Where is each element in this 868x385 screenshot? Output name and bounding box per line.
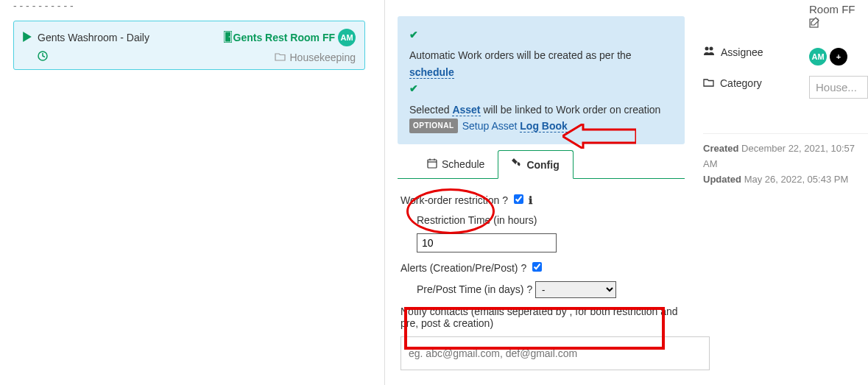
restrict-checkbox[interactable] — [514, 194, 523, 204]
category-label: Category — [720, 77, 762, 89]
detail-title-cut: Room FF — [809, 3, 868, 15]
card-category: Housekeeping — [275, 52, 356, 63]
folder-icon — [703, 77, 714, 89]
edit-icon[interactable] — [809, 17, 868, 30]
restrict-label: Work-order restriction ? — [401, 194, 508, 206]
add-assignee-button[interactable]: + — [830, 48, 847, 66]
info-line2a: Selected — [409, 104, 449, 116]
info-line3a: Setup Asset — [462, 120, 518, 132]
check-icon: ✔ — [409, 27, 418, 43]
play-icon — [23, 32, 32, 44]
alerts-label: Alerts (Creation/Pre/Post) ? — [401, 262, 526, 274]
category-select[interactable]: House... — [809, 76, 868, 99]
logbook-link[interactable]: Log Book — [520, 120, 568, 133]
tabs: Schedule Config — [398, 150, 685, 179]
tab-config-label: Config — [526, 159, 559, 171]
calendar-icon — [427, 158, 437, 171]
avatar: AM — [338, 29, 356, 46]
schedule-link[interactable]: schedule — [409, 66, 454, 79]
wrench-icon — [512, 158, 522, 171]
prepost-select[interactable]: - — [535, 281, 616, 298]
info-line1: Automatic Work orders will be created as… — [409, 49, 632, 61]
card-title: Gents Washroom - Daily — [38, 32, 149, 43]
door-icon — [224, 31, 232, 45]
info-box: ✔ Automatic Work orders will be created … — [398, 16, 685, 144]
svg-rect-4 — [428, 160, 437, 168]
alerts-checkbox[interactable] — [532, 262, 542, 272]
tab-schedule[interactable]: Schedule — [414, 150, 498, 178]
card-category-text: Housekeeping — [289, 52, 356, 63]
folder-icon — [275, 52, 286, 63]
restrict-time-label: Restriction Time (in hours) — [417, 214, 537, 226]
asset-link-info[interactable]: Asset — [452, 104, 480, 116]
assignee-avatar[interactable]: AM — [809, 48, 827, 66]
svg-point-8 — [705, 47, 709, 51]
tab-config[interactable]: Config — [498, 150, 573, 179]
info-icon[interactable]: ℹ — [529, 195, 532, 206]
created-label: Created — [703, 143, 738, 154]
restrict-time-input[interactable] — [417, 233, 557, 252]
assignee-label: Assignee — [721, 46, 763, 58]
assignee-icon — [703, 46, 715, 58]
check-icon: ✔ — [409, 80, 418, 96]
prepost-label: Pre/Post Time (in days) ? — [417, 283, 532, 295]
vertical-divider — [384, 0, 385, 385]
tab-schedule-label: Schedule — [442, 158, 484, 170]
workorder-card[interactable]: Gents Washroom - Daily Gents Rest Room F… — [13, 21, 365, 70]
svg-point-2 — [228, 36, 230, 38]
info-line2b: will be linked to Work order on creation — [483, 104, 660, 116]
asset-link-text: Gents Rest Room FF — [233, 32, 335, 43]
svg-point-9 — [710, 47, 713, 51]
updated-label: Updated — [703, 174, 741, 185]
clock-icon — [38, 51, 48, 63]
updated-value: May 26, 2022, 05:43 PM — [744, 174, 849, 185]
asset-link[interactable]: Gents Rest Room FF AM — [224, 29, 356, 46]
notify-label: Notify contacts (emails seperated by , f… — [401, 305, 678, 329]
notify-input[interactable] — [401, 336, 710, 370]
divider-dashes: - - - - - - - - - - — [13, 0, 365, 12]
optional-badge: OPTIONAL — [409, 119, 458, 133]
